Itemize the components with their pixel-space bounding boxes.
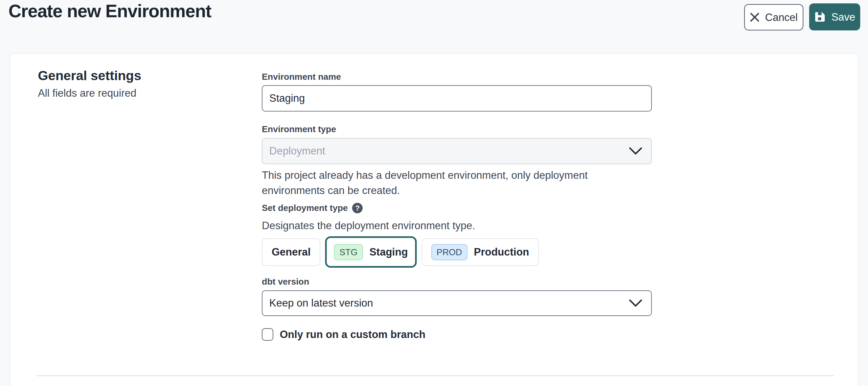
- environment-type-help: This project already has a development e…: [262, 168, 634, 198]
- production-badge: PROD: [431, 244, 467, 260]
- deployment-type-options: General STG Staging PROD Production: [262, 236, 539, 268]
- dbt-version-select[interactable]: Keep on latest version: [262, 290, 652, 316]
- save-button[interactable]: Save: [809, 3, 860, 30]
- chevron-down-icon: [629, 147, 642, 155]
- cancel-button-label: Cancel: [765, 12, 798, 23]
- custom-branch-label[interactable]: Only run on a custom branch: [280, 329, 426, 341]
- deployment-option-general[interactable]: General: [262, 238, 320, 266]
- save-icon: [814, 11, 826, 23]
- environment-name-input[interactable]: [262, 85, 652, 112]
- environment-type-label: Environment type: [262, 124, 336, 135]
- deployment-option-production[interactable]: PROD Production: [421, 238, 539, 266]
- chevron-down-icon: [629, 299, 642, 307]
- section-divider: [37, 375, 834, 376]
- deployment-option-label: General: [272, 246, 311, 258]
- deployment-type-label: Set deployment type: [262, 203, 348, 213]
- environment-type-value: Deployment: [269, 145, 325, 157]
- dbt-version-value: Keep on latest version: [269, 297, 373, 309]
- environment-name-label: Environment name: [262, 72, 341, 82]
- page-title: Create new Environment: [8, 1, 211, 21]
- section-subtitle: All fields are required: [38, 87, 136, 99]
- cancel-button[interactable]: Cancel: [744, 4, 803, 30]
- environment-type-select[interactable]: Deployment: [262, 138, 652, 164]
- deployment-type-description: Designates the deployment environment ty…: [262, 218, 634, 233]
- staging-badge: STG: [334, 244, 363, 260]
- section-title: General settings: [38, 68, 141, 83]
- save-button-label: Save: [831, 12, 855, 22]
- general-settings-card: General settings All fields are required…: [9, 53, 859, 386]
- deployment-option-label: Production: [474, 246, 529, 258]
- deployment-type-label-row: Set deployment type ?: [262, 203, 363, 213]
- close-icon: [750, 13, 759, 22]
- dbt-version-label: dbt version: [262, 276, 309, 287]
- help-icon[interactable]: ?: [352, 203, 363, 213]
- custom-branch-row: Only run on a custom branch: [262, 328, 426, 341]
- custom-branch-checkbox[interactable]: [262, 328, 273, 341]
- deployment-option-label: Staging: [369, 246, 408, 258]
- deployment-option-staging[interactable]: STG Staging: [325, 236, 416, 268]
